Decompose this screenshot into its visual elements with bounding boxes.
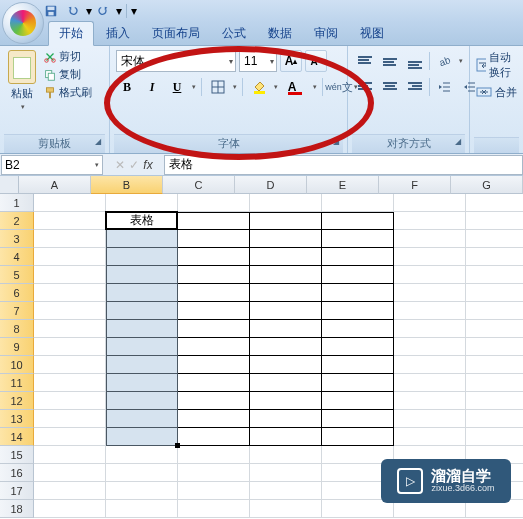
wrap-text-button[interactable]: 自动换行 [476,50,517,80]
align-left-button[interactable] [354,76,376,98]
group-title-font: 字体◢ [114,134,343,153]
tab-review[interactable]: 审阅 [304,22,348,45]
title-bar: ▾ ▾ ▾ [0,0,523,22]
tab-home[interactable]: 开始 [48,21,94,46]
select-all-corner[interactable] [0,176,19,194]
align-middle-button[interactable] [379,50,401,72]
redo-icon[interactable] [93,2,113,20]
active-cell[interactable]: 表格 [105,211,178,230]
col-header-D[interactable]: D [235,176,307,194]
bold-button[interactable]: B [116,76,138,98]
underline-dropdown-icon[interactable]: ▾ [192,83,196,91]
tab-page-layout[interactable]: 页面布局 [142,22,210,45]
col-header-B[interactable]: B [91,176,163,194]
cancel-icon[interactable]: ✕ [115,158,125,172]
font-color-button[interactable]: A [281,76,303,98]
paste-icon [8,50,36,84]
svg-rect-8 [49,92,51,98]
align-right-button[interactable] [404,76,426,98]
alignment-launcher-icon[interactable]: ◢ [453,137,463,147]
formula-controls: ✕ ✓ fx [104,158,164,172]
tab-formulas[interactable]: 公式 [212,22,256,45]
grow-font-button[interactable]: A▴ [280,50,302,72]
row-header-1[interactable]: 1 [0,194,34,212]
paste-dropdown-icon[interactable]: ▾ [21,103,25,111]
col-header-A[interactable]: A [19,176,91,194]
group-alignment: ab▾ 对齐方式◢ [348,46,470,153]
col-header-G[interactable]: G [451,176,523,194]
redo-dropdown-icon[interactable]: ▾ [116,4,122,18]
borders-button[interactable] [207,76,229,98]
align-center-button[interactable] [379,76,401,98]
row-header-6[interactable]: 6 [0,284,34,302]
name-box-value: B2 [5,158,20,172]
fill-handle[interactable] [175,443,180,448]
cut-label: 剪切 [59,49,81,64]
row-header-3[interactable]: 3 [0,230,34,248]
svg-rect-20 [477,59,486,71]
row-header-2[interactable]: 2 [0,212,34,230]
font-size-combo[interactable]: 11▾ [239,50,277,72]
row-header-14[interactable]: 14 [0,428,34,446]
row-header-9[interactable]: 9 [0,338,34,356]
group-title-clipboard: 剪贴板◢ [4,134,105,153]
row-header-4[interactable]: 4 [0,248,34,266]
cut-button[interactable]: 剪切 [42,48,93,65]
play-icon: ▷ [397,468,423,494]
format-painter-label: 格式刷 [59,85,92,100]
row-header-16[interactable]: 16 [0,464,34,482]
col-header-F[interactable]: F [379,176,451,194]
paste-label: 粘贴 [11,86,33,101]
row-header-11[interactable]: 11 [0,374,34,392]
shrink-font-button[interactable]: A▾ [305,50,327,72]
col-header-C[interactable]: C [163,176,235,194]
font-name-combo[interactable]: 宋体▾ [116,50,236,72]
undo-icon[interactable] [63,2,83,20]
row-header-15[interactable]: 15 [0,446,34,464]
row-header-7[interactable]: 7 [0,302,34,320]
row-header-5[interactable]: 5 [0,266,34,284]
col-header-E[interactable]: E [307,176,379,194]
merge-center-button[interactable]: 合并 [476,84,517,100]
italic-button[interactable]: I [141,76,163,98]
save-icon[interactable] [41,2,61,20]
decrease-indent-button[interactable] [433,76,455,98]
phonetic-button[interactable]: wén文 [328,76,350,98]
group-cells-partial: 自动换行 合并 [470,46,523,153]
borders-dropdown-icon[interactable]: ▾ [233,83,237,91]
row-header-17[interactable]: 17 [0,482,34,500]
group-title-alignment: 对齐方式◢ [352,134,465,153]
group-font: 宋体▾ 11▾ A▴ A▾ B I U▾ ▾ ▾ A▾ wén文▾ 字体◢ [110,46,348,153]
fx-icon[interactable]: fx [143,158,152,172]
align-bottom-button[interactable] [404,50,426,72]
row-header-12[interactable]: 12 [0,392,34,410]
tab-view[interactable]: 视图 [350,22,394,45]
paste-button[interactable]: 粘贴 ▾ [4,48,40,113]
row-header-8[interactable]: 8 [0,320,34,338]
row-header-13[interactable]: 13 [0,410,34,428]
row-header-10[interactable]: 10 [0,356,34,374]
office-button[interactable] [2,2,44,44]
tab-data[interactable]: 数据 [258,22,302,45]
name-box[interactable]: B2▾ [1,155,103,175]
fill-color-button[interactable] [248,76,270,98]
fill-color-dropdown-icon[interactable]: ▾ [274,83,278,91]
formula-value: 表格 [169,156,193,173]
orientation-dropdown-icon[interactable]: ▾ [459,57,463,65]
underline-button[interactable]: U [166,76,188,98]
copy-button[interactable]: 复制 [42,66,93,83]
orientation-button[interactable]: ab [433,50,455,72]
tab-insert[interactable]: 插入 [96,22,140,45]
format-painter-button[interactable]: 格式刷 [42,84,93,101]
row-header-18[interactable]: 18 [0,500,34,518]
qat-customize-icon[interactable]: ▾ [126,4,137,18]
align-top-button[interactable] [354,50,376,72]
clipboard-launcher-icon[interactable]: ◢ [93,137,103,147]
font-color-dropdown-icon[interactable]: ▾ [313,83,317,91]
font-launcher-icon[interactable]: ◢ [331,137,341,147]
enter-icon[interactable]: ✓ [129,158,139,172]
name-box-dropdown-icon[interactable]: ▾ [95,161,99,169]
formula-input[interactable]: 表格 [164,155,523,175]
watermark-sub: zixue.3d66.com [431,484,494,494]
undo-dropdown-icon[interactable]: ▾ [86,4,92,18]
